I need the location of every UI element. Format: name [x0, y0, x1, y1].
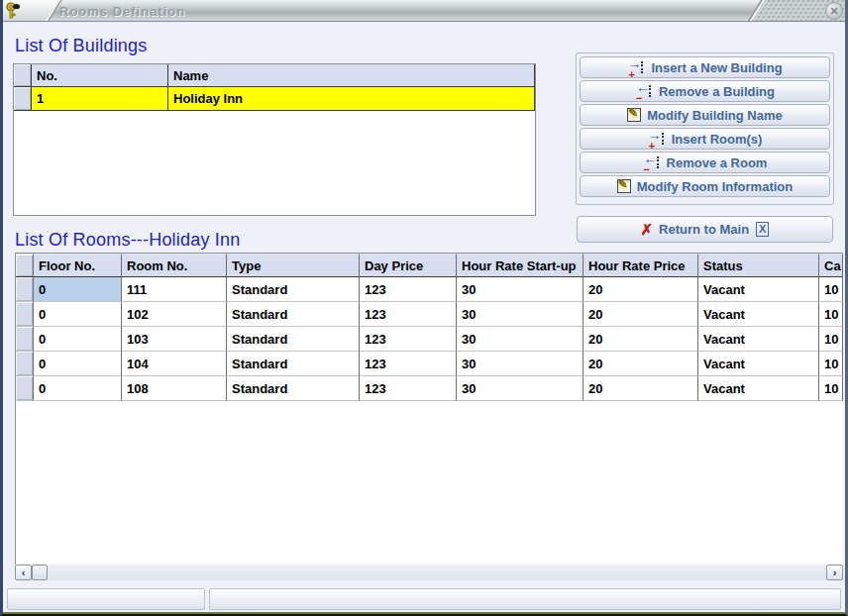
room-status[interactable]: Vacant — [698, 302, 819, 327]
room-no[interactable]: 111 — [122, 277, 227, 302]
room-no[interactable]: 103 — [122, 327, 227, 352]
room-type[interactable]: Standard — [227, 352, 360, 376]
room-status[interactable]: Vacant — [698, 277, 819, 302]
room-dayprice[interactable]: 123 — [360, 327, 457, 352]
status-bar — [5, 586, 843, 610]
room-no[interactable]: 108 — [122, 376, 227, 401]
buildings-heading: List Of Buildings — [15, 36, 147, 56]
insert-record-icon: →+ — [627, 60, 645, 75]
room-status[interactable]: Vacant — [698, 327, 819, 352]
row-selector[interactable] — [16, 277, 34, 302]
room-floor[interactable]: 0 — [34, 376, 122, 401]
row-selector[interactable] — [16, 302, 34, 327]
row-selector-header — [14, 64, 32, 87]
room-type[interactable]: Standard — [227, 277, 360, 302]
room-row[interactable]: 0 108 Standard 123 30 20 Vacant 10 — [16, 376, 843, 401]
building-name[interactable]: Holiday Inn — [168, 87, 535, 111]
room-hourprice[interactable]: 20 — [583, 352, 698, 376]
rooms-grid-header: Floor No. Room No. Type Day Price Hour R… — [16, 254, 843, 277]
room-hourstartup[interactable]: 30 — [457, 352, 583, 376]
room-status[interactable]: Vacant — [698, 352, 819, 376]
column-header-floor[interactable]: Floor No. — [34, 254, 122, 277]
modify-building-button[interactable]: ✎ Modify Building Name — [580, 104, 830, 126]
room-capacity[interactable]: 10 — [819, 352, 843, 376]
column-header-hourstartup[interactable]: Hour Rate Start-up — [457, 254, 583, 277]
row-selector-header — [16, 254, 34, 277]
room-row[interactable]: 0 104 Standard 123 30 20 Vacant 10 — [16, 352, 843, 376]
room-row[interactable]: 0 102 Standard 123 30 20 Vacant 10 — [16, 302, 843, 327]
room-hourstartup[interactable]: 30 — [457, 302, 583, 327]
edit-note-icon: ✎ — [627, 108, 641, 122]
room-type[interactable]: Standard — [227, 327, 360, 352]
room-row[interactable]: 0 103 Standard 123 30 20 Vacant 10 — [16, 327, 843, 352]
room-hourprice[interactable]: 20 — [583, 302, 698, 327]
close-icon[interactable]: ✕ — [825, 2, 843, 20]
column-header-name[interactable]: Name — [168, 64, 535, 87]
column-header-status[interactable]: Status — [698, 254, 819, 277]
room-no[interactable]: 102 — [122, 302, 227, 327]
room-hourstartup[interactable]: 30 — [457, 327, 583, 352]
horizontal-scrollbar[interactable]: ‹ › — [15, 565, 843, 580]
rooms-heading: List Of Rooms---Holiday Inn — [15, 230, 240, 251]
insert-rooms-button[interactable]: →+ Insert Room(s) — [580, 128, 830, 150]
column-header-room[interactable]: Room No. — [122, 254, 227, 277]
remove-building-label: Remove a Building — [659, 84, 775, 99]
column-header-type[interactable]: Type — [227, 254, 360, 277]
titlebar: Rooms Defination ✕ — [0, 0, 848, 22]
room-hourstartup[interactable]: 30 — [457, 376, 583, 401]
room-dayprice[interactable]: 123 — [360, 376, 457, 401]
modify-building-label: Modify Building Name — [647, 108, 783, 123]
app-window: Rooms Defination ✕ List Of Buildings No.… — [0, 0, 848, 616]
room-dayprice[interactable]: 123 — [360, 277, 457, 302]
room-floor[interactable]: 0 — [34, 352, 122, 376]
insert-building-button[interactable]: →+ Insert a New Building — [580, 56, 830, 78]
room-capacity[interactable]: 10 — [819, 302, 843, 327]
key-icon — [4, 1, 24, 21]
scroll-left-icon[interactable]: ‹ — [15, 565, 32, 580]
room-type[interactable]: Standard — [227, 376, 360, 401]
room-hourprice[interactable]: 20 — [583, 376, 698, 401]
row-selector[interactable] — [16, 376, 34, 401]
room-floor[interactable]: 0 — [34, 302, 122, 327]
column-header-no[interactable]: No. — [32, 64, 168, 87]
red-x-icon: ✗ — [641, 222, 654, 237]
column-header-capacity[interactable]: Ca — [819, 254, 843, 277]
room-dayprice[interactable]: 123 — [360, 352, 457, 376]
room-capacity[interactable]: 10 — [819, 376, 843, 401]
building-row[interactable]: 1 Holiday Inn — [14, 87, 535, 111]
status-panel-left — [7, 588, 205, 610]
insert-building-label: Insert a New Building — [651, 60, 782, 75]
modify-room-button[interactable]: ✎ Modify Room Information — [580, 175, 830, 197]
scrollbar-thumb[interactable] — [32, 565, 48, 580]
room-capacity[interactable]: 10 — [819, 327, 843, 352]
room-dayprice[interactable]: 123 — [360, 302, 457, 327]
room-row[interactable]: 0 111 Standard 123 30 20 Vacant 10 — [16, 277, 843, 302]
room-status[interactable]: Vacant — [698, 376, 819, 401]
status-panel-right — [209, 588, 841, 610]
room-hourstartup[interactable]: 30 — [457, 277, 583, 302]
insert-record-icon: →+ — [648, 132, 666, 147]
scrollbar-track[interactable] — [48, 565, 826, 580]
return-to-main-label: Return to Main — [659, 222, 749, 237]
row-selector[interactable] — [14, 87, 32, 111]
buildings-grid: No. Name 1 Holiday Inn — [13, 63, 536, 216]
room-hourprice[interactable]: 20 — [583, 277, 698, 302]
scroll-right-icon[interactable]: › — [826, 565, 843, 580]
remove-building-button[interactable]: ←− Remove a Building — [580, 80, 830, 102]
column-header-dayprice[interactable]: Day Price — [360, 254, 457, 277]
remove-room-button[interactable]: ←− Remove a Room — [580, 152, 830, 173]
room-capacity[interactable]: 10 — [819, 277, 843, 302]
room-type[interactable]: Standard — [227, 302, 360, 327]
room-floor[interactable]: 0 — [34, 327, 122, 352]
room-floor[interactable]: 0 — [34, 277, 122, 302]
building-no[interactable]: 1 — [32, 87, 168, 111]
column-header-hourprice[interactable]: Hour Rate Price — [583, 254, 698, 277]
room-no[interactable]: 104 — [122, 352, 227, 376]
row-selector[interactable] — [16, 327, 34, 352]
window-title: Rooms Defination — [59, 4, 185, 19]
return-to-main-button[interactable]: ✗ Return to MainX — [577, 216, 833, 243]
remove-record-icon: ←− — [635, 84, 653, 99]
room-hourprice[interactable]: 20 — [583, 327, 698, 352]
row-selector[interactable] — [16, 352, 34, 376]
rooms-grid: Floor No. Room No. Type Day Price Hour R… — [15, 253, 843, 565]
